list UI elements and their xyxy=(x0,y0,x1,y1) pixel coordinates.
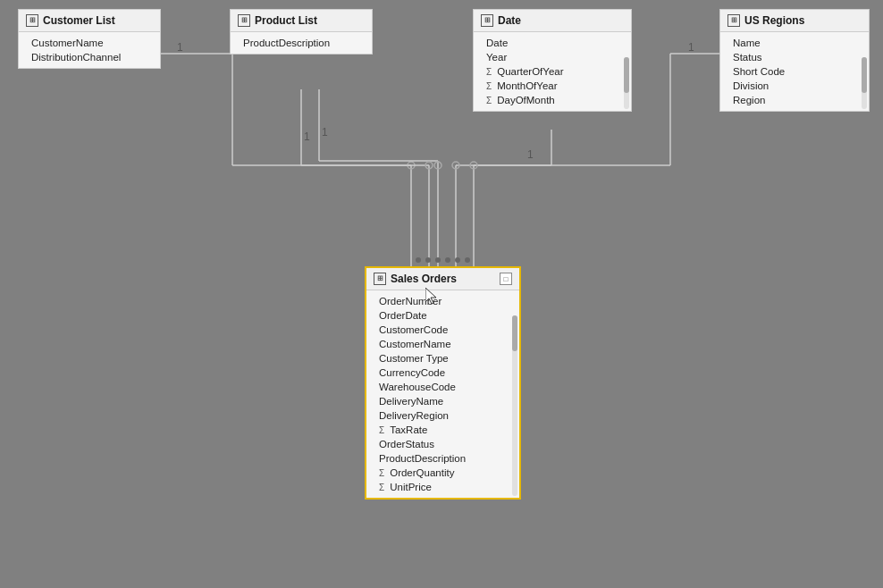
svg-text:1: 1 xyxy=(177,41,183,54)
us-regions-scrollbar-thumb[interactable] xyxy=(862,57,867,93)
field-ordernumber: OrderNumber xyxy=(366,294,507,308)
field-dayofmonth: Σ DayOfMonth xyxy=(474,93,618,107)
field-customertype: Customer Type xyxy=(366,351,507,365)
field-shortcode: Short Code xyxy=(720,64,856,79)
table-icon: ⊞ xyxy=(238,14,250,27)
field-orderstatus: OrderStatus xyxy=(366,437,507,451)
svg-point-31 xyxy=(455,257,460,263)
svg-point-27 xyxy=(416,257,421,263)
svg-point-14 xyxy=(425,162,433,169)
sales-orders-scrollbar-track[interactable] xyxy=(512,315,517,496)
collapse-button[interactable]: □ xyxy=(500,273,512,285)
us-regions-body: Name Status Short Code Division Region xyxy=(720,32,869,111)
field-status: Status xyxy=(720,50,856,64)
svg-text:1: 1 xyxy=(527,148,534,161)
us-regions-table: ⊞ US Regions Name Status Short Code Divi… xyxy=(719,9,870,112)
field-name: Name xyxy=(720,36,856,50)
date-scrollbar-thumb[interactable] xyxy=(624,57,629,93)
product-list-body: ProductDescription xyxy=(231,32,372,54)
svg-text:1: 1 xyxy=(688,41,694,54)
field-distributionchannel: DistributionChannel xyxy=(19,50,160,64)
customer-list-header: ⊞ Customer List xyxy=(19,10,160,32)
date-scrollbar-track[interactable] xyxy=(624,57,629,109)
customer-list-table: ⊞ Customer List CustomerName Distributio… xyxy=(18,9,161,69)
product-list-header: ⊞ Product List xyxy=(231,10,372,32)
field-division: Division xyxy=(720,79,856,93)
date-title: Date xyxy=(498,14,521,27)
svg-point-29 xyxy=(435,257,441,263)
us-regions-title: US Regions xyxy=(744,14,804,27)
field-productdescription: ProductDescription xyxy=(366,451,507,466)
svg-point-30 xyxy=(445,257,450,263)
field-orderdate: OrderDate xyxy=(366,308,507,323)
table-icon: ⊞ xyxy=(26,14,38,27)
product-list-title: Product List xyxy=(255,14,317,27)
svg-point-15 xyxy=(434,162,442,169)
field-warehousecode: WarehouseCode xyxy=(366,380,507,394)
field-productdescription: ProductDescription xyxy=(231,36,372,50)
field-year: Year xyxy=(474,50,618,64)
field-region: Region xyxy=(720,93,856,107)
sales-orders-header: ⊞ Sales Orders □ xyxy=(366,268,519,290)
svg-point-20 xyxy=(452,162,459,169)
field-date: Date xyxy=(474,36,618,50)
field-quarterofyear: Σ QuarterOfYear xyxy=(474,64,618,79)
field-customercode: CustomerCode xyxy=(366,323,507,337)
svg-text:1: 1 xyxy=(304,130,310,143)
product-list-table: ⊞ Product List ProductDescription xyxy=(230,9,373,55)
customer-list-body: CustomerName DistributionChannel xyxy=(19,32,160,68)
sales-orders-body: OrderNumber OrderDate CustomerCode Custo… xyxy=(366,290,519,498)
field-monthofyear: Σ MonthOfYear xyxy=(474,79,618,93)
svg-point-26 xyxy=(470,162,477,169)
us-regions-scrollbar-track[interactable] xyxy=(862,57,867,109)
diagram-canvas: 1 1 1 1 1 xyxy=(0,0,883,588)
field-customername: CustomerName xyxy=(19,36,160,50)
svg-point-5 xyxy=(408,162,415,169)
date-header: ⊞ Date xyxy=(474,10,631,32)
sales-orders-table: ⊞ Sales Orders □ OrderNumber OrderDate C… xyxy=(365,266,521,500)
svg-point-32 xyxy=(465,257,470,263)
field-taxrate: Σ TaxRate xyxy=(366,423,507,437)
svg-point-28 xyxy=(425,257,431,263)
table-icon: ⊞ xyxy=(727,14,740,27)
field-customername: CustomerName xyxy=(366,337,507,351)
customer-list-title: Customer List xyxy=(43,14,115,27)
date-table: ⊞ Date Date Year Σ QuarterOfYear Σ Month… xyxy=(473,9,632,112)
field-deliveryname: DeliveryName xyxy=(366,394,507,408)
us-regions-header: ⊞ US Regions xyxy=(720,10,869,32)
table-icon: ⊞ xyxy=(374,273,386,285)
date-body: Date Year Σ QuarterOfYear Σ MonthOfYear … xyxy=(474,32,631,111)
field-unitprice: Σ UnitPrice xyxy=(366,480,507,494)
sales-orders-scrollbar-thumb[interactable] xyxy=(512,315,517,351)
svg-text:1: 1 xyxy=(322,126,328,139)
field-deliveryregion: DeliveryRegion xyxy=(366,408,507,423)
table-icon: ⊞ xyxy=(481,14,493,27)
field-orderquantity: Σ OrderQuantity xyxy=(366,466,507,480)
field-currencycode: CurrencyCode xyxy=(366,365,507,380)
sales-orders-title: Sales Orders xyxy=(391,273,457,285)
